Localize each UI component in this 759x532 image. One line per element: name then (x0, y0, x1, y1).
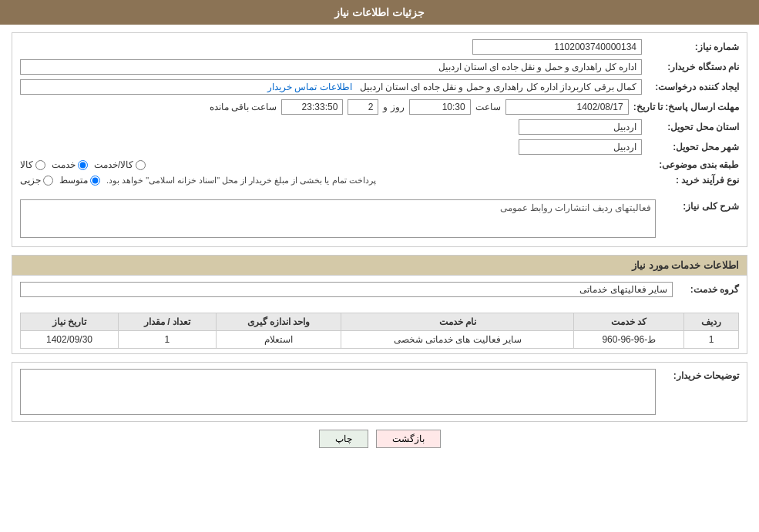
radio-kala-khadamat[interactable]: کالا/خدمت (94, 159, 146, 170)
col-tarikh: تاریخ نیاز (21, 313, 119, 331)
sharh-koli-textarea[interactable] (20, 199, 656, 238)
saat-label: ساعت (475, 102, 501, 112)
ijad-konande-row: ایجاد کننده درخواست: کمال برقی کاربرداز … (20, 79, 739, 95)
rooz-label: روز و (383, 102, 404, 112)
mohlat-ersal-row: مهلت ارسال پاسخ: تا تاریخ: 1402/08/17 سا… (20, 99, 739, 115)
radio-kala[interactable]: کالا (20, 159, 45, 170)
radio-motavaset-label: متوسط (59, 175, 88, 186)
radio-kala-label: کالا (20, 159, 33, 170)
saat-value: 10:30 (409, 99, 471, 115)
ijad-konande-label: ایجاد کننده درخواست: (646, 82, 739, 92)
cell-unit: استعلام (216, 331, 341, 349)
info-grid: شماره نیاز: 1102003740000134 نام دستگاه … (12, 33, 747, 196)
sharh-koli-label: شرح کلی نیاز: (662, 199, 739, 212)
shomara-niaz-row: شماره نیاز: 1102003740000134 (20, 39, 739, 55)
tabaghebandi-row: طبقه بندی موضوعی: کالا/خدمت خدمت کالا (20, 159, 739, 170)
nooe-farayand-row: نوع فرآیند خرید : پرداخت تمام یا بخشی از… (20, 175, 739, 186)
sharh-koli-container: فعالیتهای ردیف انتشارات روابط عمومی (20, 199, 656, 240)
services-table-head: ردیف کد خدمت نام خدمت واحد اندازه گیری ت… (21, 313, 739, 331)
buttons-row: بازگشت چاپ (12, 430, 747, 448)
back-button[interactable]: بازگشت (376, 430, 441, 448)
tozihat-textarea[interactable] (20, 369, 656, 415)
radio-kala-khadamat-label: کالا/خدمت (94, 159, 133, 170)
cell-tedad: 1 (118, 331, 216, 349)
baqi-mande-value: 23:33:50 (281, 99, 343, 115)
shahr-tahvil-row: شهر محل تحویل: اردبیل (20, 139, 739, 155)
radio-jozi-label: جزیی (20, 175, 41, 186)
mohlat-ersal-label: مهلت ارسال پاسخ: تا تاریخ: (633, 102, 739, 112)
main-info-block: شماره نیاز: 1102003740000134 نام دستگاه … (12, 32, 747, 247)
services-table-container: ردیف کد خدمت نام خدمت واحد اندازه گیری ت… (12, 308, 747, 353)
goroh-khadamat-label: گروه خدمت: (677, 284, 739, 295)
khadamat-section-header: اطلاعات خدمات مورد نیاز (12, 256, 747, 276)
shahr-tahvil-value: اردبیل (519, 139, 642, 155)
radio-jozi-input[interactable] (43, 176, 53, 186)
goroh-khadamat-row: گروه خدمت: سایر فعالیتهای خدماتی (20, 282, 739, 297)
ijad-konande-value: کمال برقی کاربرداز اداره کل راهداری و حم… (20, 79, 642, 95)
radio-khadamat-label: خدمت (52, 159, 76, 170)
date-value: 1402/08/17 (505, 99, 629, 115)
tabaghebandi-radio-group: کالا/خدمت خدمت کالا (20, 159, 642, 170)
cell-radif: 1 (684, 331, 739, 349)
shahr-tahvil-label: شهر محل تحویل: (646, 142, 739, 152)
col-tedad: تعداد / مقدار (118, 313, 216, 331)
goroh-khadamat-grid: گروه خدمت: سایر فعالیتهای خدماتی (12, 276, 747, 308)
khadamat-section-block: اطلاعات خدمات مورد نیاز گروه خدمت: سایر … (12, 255, 747, 354)
name-dastasgah-label: نام دستگاه خریدار: (646, 62, 739, 72)
col-radif: ردیف (684, 313, 739, 331)
shomara-niaz-value: 1102003740000134 (472, 39, 642, 55)
radio-khadamat[interactable]: خدمت (52, 159, 88, 170)
radio-kala-input[interactable] (35, 160, 45, 170)
rooz-value: 2 (348, 99, 378, 115)
col-unit: واحد اندازه گیری (216, 313, 341, 331)
tozihat-block: توضیحات خریدار: (12, 362, 747, 422)
nooe-farayand-label: نوع فرآیند خرید : (646, 175, 739, 186)
services-table: ردیف کد خدمت نام خدمت واحد اندازه گیری ت… (20, 313, 739, 349)
services-table-header-row: ردیف کد خدمت نام خدمت واحد اندازه گیری ت… (21, 313, 739, 331)
col-name: نام خدمت (341, 313, 574, 331)
page-header: جزئیات اطلاعات نیاز (0, 0, 759, 25)
ostan-tahvil-value: اردبیل (519, 119, 642, 135)
radio-jozi[interactable]: جزیی (20, 175, 53, 186)
nooe-farayand-desc: پرداخت تمام یا بخشی از مبلغ خریدار از مح… (106, 176, 376, 186)
cell-code: ط-96-96-960 (574, 331, 684, 349)
page-title: جزئیات اطلاعات نیاز (334, 6, 425, 18)
goroh-khadamat-value: سایر فعالیتهای خدماتی (20, 282, 673, 297)
services-table-body: 1 ط-96-96-960 سایر فعالیت های خدماتی شخص… (21, 331, 739, 349)
ostan-tahvil-row: استان محل تحویل: اردبیل (20, 119, 739, 135)
name-dastasgah-value: اداره کل راهداری و حمل و نقل جاده ای است… (20, 59, 642, 75)
ettelaat-tamas-link[interactable]: اطلاعات تماس خریدار (267, 82, 352, 92)
tabaghebandi-label: طبقه بندی موضوعی: (646, 159, 739, 170)
radio-khadamat-input[interactable] (78, 160, 88, 170)
radio-motavaset[interactable]: متوسط (59, 175, 100, 186)
col-code: کد خدمت (574, 313, 684, 331)
print-button[interactable]: چاپ (319, 430, 368, 448)
sharh-koli-section: شرح کلی نیاز: فعالیتهای ردیف انتشارات رو… (12, 196, 747, 246)
table-row: 1 ط-96-96-960 سایر فعالیت های خدماتی شخص… (21, 331, 739, 349)
baqi-mande-label: ساعت باقی مانده (210, 102, 277, 112)
tozihat-label: توضیحات خریدار: (662, 369, 739, 381)
ostan-tahvil-label: استان محل تحویل: (646, 122, 739, 132)
radio-motavaset-input[interactable] (90, 176, 100, 186)
shomara-niaz-label: شماره نیاز: (646, 42, 739, 52)
name-dastasgah-row: نام دستگاه خریدار: اداره کل راهداری و حم… (20, 59, 739, 75)
radio-kala-khadamat-input[interactable] (136, 160, 146, 170)
cell-name: سایر فعالیت های خدماتی شخصی (341, 331, 574, 349)
cell-tarikh: 1402/09/30 (21, 331, 119, 349)
